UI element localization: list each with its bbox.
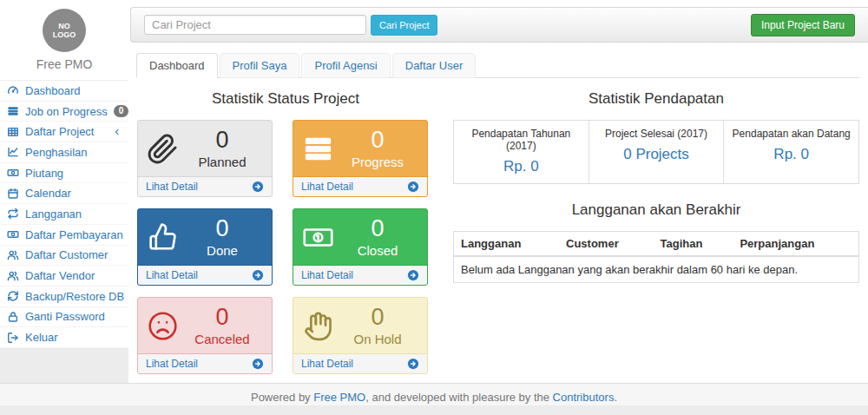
frown-icon (147, 310, 181, 342)
money-icon (7, 167, 19, 179)
new-project-button[interactable]: Input Project Baru (751, 14, 855, 36)
tab-dashboard[interactable]: Dashboard (136, 53, 218, 78)
hand-icon (302, 310, 337, 342)
table-icon (7, 126, 19, 138)
sidebar-item-dashboard[interactable]: Dashboard (0, 81, 128, 102)
sidebar-item-label: Daftar Customer (25, 248, 108, 261)
search-input[interactable] (144, 15, 366, 35)
income-stats: Pendapatan Tahunan (2017) Rp. 0 Project … (453, 120, 859, 184)
income-column: Statistik Pendapatan Pendapatan Tahunan … (453, 82, 859, 374)
lihat-detail-link[interactable]: Lihat Detail (301, 358, 353, 370)
status-count: 0 (337, 304, 418, 331)
logout-icon (7, 332, 19, 344)
sidebar-item-daftar-customer[interactable]: Daftar Customer (0, 246, 128, 267)
lihat-detail-link[interactable]: Lihat Detail (146, 269, 198, 281)
status-cards: 0 Planned Lihat Detail 0 (137, 120, 434, 374)
chevron-left-icon (113, 128, 122, 136)
lihat-detail-link[interactable]: Lihat Detail (146, 181, 198, 193)
tab-daftar-user[interactable]: Daftar User (392, 53, 476, 78)
sidebar-menu: Dashboard Job on Progress 0 Daftar Proje… (0, 80, 128, 348)
tab-label: Daftar User (405, 59, 463, 72)
sidebar-item-daftar-project[interactable]: Daftar Project (0, 122, 128, 142)
arrow-circle-right-icon[interactable] (252, 181, 264, 193)
sidebar-item-label: Backup/Restore DB (25, 290, 124, 303)
status-count: 0 (181, 127, 263, 154)
sidebar-item-langganan[interactable]: Langganan (0, 204, 128, 225)
arrow-circle-right-icon[interactable] (407, 269, 419, 281)
sidebar-item-penghasilan[interactable]: Penghasilan (0, 142, 128, 163)
status-count: 0 (181, 215, 263, 242)
arrow-circle-right-icon[interactable] (407, 358, 419, 370)
lock-icon (7, 311, 19, 323)
sidebar: NO LOGO Free PMO Dashboard Job on Progre… (0, 0, 128, 348)
footer-link-contributors[interactable]: Contributors (553, 391, 615, 404)
arrow-circle-right-icon[interactable] (252, 269, 264, 281)
main-content: Cari Project Input Project Baru Dashboar… (128, 0, 868, 383)
subscription-empty-row: Belum ada Langganan yang akan berakhir d… (454, 256, 859, 283)
status-card-progress: 0 Progress Lihat Detail (293, 120, 428, 197)
footer-text: . (614, 391, 617, 404)
sidebar-item-backup-restore-db[interactable]: Backup/Restore DB (0, 287, 128, 307)
dashboard-icon (7, 84, 19, 96)
subscription-column-header: Langganan (454, 232, 560, 257)
sidebar-item-job-on-progress[interactable]: Job on Progress 0 (0, 102, 128, 122)
dashboard-content: Statistik Status Project 0 Planned Lihat… (137, 82, 859, 374)
sidebar-item-daftar-pembayaran[interactable]: Daftar Pembayaran (0, 225, 128, 246)
count-badge: 0 (114, 105, 129, 117)
sidebar-item-label: Dashboard (25, 84, 81, 97)
arrow-circle-right-icon[interactable] (252, 358, 264, 370)
sidebar-item-label: Piutang (25, 167, 63, 180)
status-count: 0 (181, 304, 263, 331)
stat-value[interactable]: Rp. 0 (457, 158, 585, 175)
sidebar-item-label: Daftar Pembayaran (25, 228, 123, 241)
no-logo-badge: NO LOGO (43, 9, 86, 52)
lihat-detail-link[interactable]: Lihat Detail (301, 269, 353, 281)
tab-label: Profil Saya (233, 59, 287, 72)
tab-bar: Dashboard Profil Saya Profil Agensi Daft… (136, 53, 859, 78)
tab-label: Dashboard (149, 59, 205, 72)
status-card-closed: 0 Closed Lihat Detail (293, 208, 428, 286)
top-navbar: Cari Project Input Project Baru (130, 7, 868, 43)
stat-value[interactable]: 0 Projects (593, 146, 720, 163)
sidebar-item-piutang[interactable]: Piutang (0, 163, 128, 184)
tasks-icon (7, 105, 19, 117)
lihat-detail-link[interactable]: Lihat Detail (146, 358, 198, 370)
footer-text: , and developed with pleasure by the (365, 391, 552, 404)
repeat-icon (7, 208, 19, 220)
chart-line-icon (7, 146, 19, 158)
status-count: 0 (337, 215, 418, 242)
stat-pendapatan-akan-datang: Pendapatan akan Datang Rp. 0 (723, 121, 858, 183)
status-card-on-hold: 0 On Hold Lihat Detail (293, 297, 428, 374)
footer-link-free-pmo[interactable]: Free PMO (313, 391, 365, 404)
subscription-table: LanggananCustomerTagihanPerpanjangan Bel… (453, 231, 859, 283)
search-button[interactable]: Cari Project (371, 15, 437, 36)
sidebar-item-calendar[interactable]: Calendar (0, 183, 128, 204)
status-label: Planned (181, 155, 263, 170)
tab-profil-saya[interactable]: Profil Saya (220, 53, 300, 78)
subscription-section-title: Langganan akan Berakhir (453, 201, 859, 219)
stat-value[interactable]: Rp. 0 (727, 146, 855, 163)
brand-name: Free PMO (0, 57, 128, 71)
lihat-detail-link[interactable]: Lihat Detail (301, 181, 353, 193)
sidebar-item-ganti-password[interactable]: Ganti Password (0, 307, 128, 328)
subscription-empty-message: Belum ada Langganan yang akan berakhir d… (454, 256, 859, 283)
status-label: Done (181, 243, 263, 259)
sidebar-item-label: Daftar Project (25, 125, 94, 138)
arrow-circle-right-icon[interactable] (407, 181, 419, 193)
status-label: On Hold (337, 332, 418, 347)
sidebar-item-keluar[interactable]: Keluar (0, 327, 128, 348)
status-card-canceled: 0 Canceled Lihat Detail (137, 297, 273, 374)
sidebar-item-label: Job on Progress (25, 105, 108, 118)
footer-text: Powered by (251, 391, 313, 404)
sidebar-item-daftar-vendor[interactable]: Daftar Vendor (0, 266, 128, 287)
money-icon (7, 228, 19, 240)
sidebar-item-label: Calendar (25, 187, 71, 200)
sidebar-item-label: Daftar Vendor (25, 269, 95, 282)
tab-profil-agensi[interactable]: Profil Agensi (301, 53, 390, 78)
refresh-icon (7, 290, 19, 302)
subscription-column-header: Tagihan (654, 232, 733, 257)
users-icon (7, 249, 19, 261)
status-card-done: 0 Done Lihat Detail (137, 208, 273, 286)
logo-line1: NO (58, 22, 70, 30)
logo-line2: LOGO (53, 30, 76, 39)
